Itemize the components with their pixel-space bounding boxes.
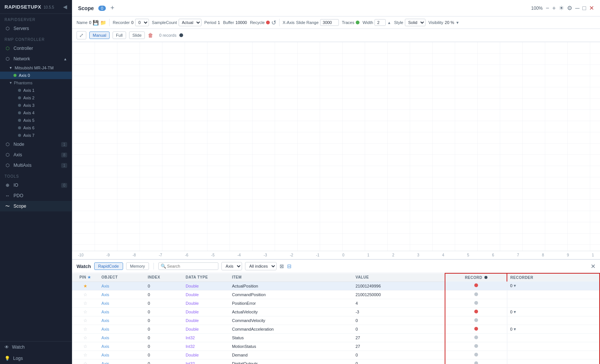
- fullscreen-button[interactable]: ⤢: [77, 31, 86, 39]
- watch-clear-button[interactable]: ⊠: [280, 263, 284, 269]
- record-cell[interactable]: [445, 307, 507, 316]
- tree-axis0[interactable]: Axis 0: [0, 72, 72, 79]
- slide-range-input[interactable]: [320, 19, 339, 26]
- sidebar-item-io[interactable]: ⊕ IO 0: [0, 180, 72, 190]
- record-cell[interactable]: [445, 351, 507, 359]
- minimize-button[interactable]: ─: [575, 5, 579, 12]
- sidebar-collapse-button[interactable]: ◀: [63, 4, 67, 10]
- manual-button[interactable]: Manual: [89, 31, 110, 39]
- table-row[interactable]: ☆ Axis 0 Double CommandPosition 21001250…: [72, 290, 600, 299]
- pin-cell[interactable]: ☆: [72, 307, 98, 316]
- record-dot[interactable]: [474, 353, 478, 357]
- record-dot[interactable]: [474, 310, 478, 313]
- settings-icon[interactable]: ⚙: [567, 4, 572, 12]
- visibility-expand-icon[interactable]: ▼: [456, 21, 459, 25]
- sidebar-item-scope[interactable]: 〜 Scope: [0, 201, 72, 211]
- record-cell[interactable]: [445, 282, 507, 290]
- sidebar-item-node[interactable]: ⬡ Node 1: [0, 139, 72, 150]
- sidebar-item-multiaxis[interactable]: ⬡ MultiAxis 1: [0, 160, 72, 171]
- sidebar-item-controller[interactable]: ⬡ Controller: [0, 43, 72, 54]
- full-button[interactable]: Full: [113, 31, 126, 39]
- table-row[interactable]: ★ Axis 0 Double ActualPosition 210012499…: [72, 282, 600, 290]
- zoom-in-button[interactable]: +: [552, 5, 556, 12]
- recorder-cell[interactable]: [507, 359, 600, 364]
- table-row[interactable]: ☆ Axis 0 Double CommandAcceleration 0 0 …: [72, 325, 600, 333]
- pin-cell[interactable]: ★: [72, 282, 98, 290]
- pin-cell[interactable]: ☆: [72, 351, 98, 359]
- record-cell[interactable]: [445, 290, 507, 299]
- star-icon[interactable]: ★: [83, 283, 87, 289]
- tree-phantom-axis1[interactable]: Axis 1: [0, 87, 72, 94]
- watch-close-button[interactable]: ✕: [591, 263, 595, 270]
- recorder-cell[interactable]: [507, 333, 600, 342]
- sidebar-item-axis[interactable]: ⬡ Axis 8: [0, 150, 72, 160]
- tree-phantom-axis3[interactable]: Axis 3: [0, 102, 72, 109]
- record-dot[interactable]: [474, 327, 478, 331]
- pin-cell[interactable]: ☆: [72, 325, 98, 333]
- col-header-value[interactable]: VALUE: [352, 273, 445, 282]
- pin-cell[interactable]: ☆: [72, 290, 98, 299]
- star-icon[interactable]: ☆: [83, 352, 87, 358]
- slide-button[interactable]: Slide: [129, 31, 145, 39]
- star-icon[interactable]: ☆: [83, 361, 87, 364]
- col-header-object[interactable]: OBJECT: [98, 273, 144, 282]
- table-row[interactable]: ☆ Axis 0 Double ActualVelocity -3 0 ▾: [72, 307, 600, 316]
- recorder-expand-button[interactable]: ▾: [514, 283, 516, 288]
- style-select[interactable]: Solid: [405, 19, 426, 26]
- pin-cell[interactable]: ☆: [72, 333, 98, 342]
- record-cell[interactable]: [445, 342, 507, 351]
- tree-phantom-axis4[interactable]: Axis 4: [0, 109, 72, 117]
- close-button[interactable]: ✕: [589, 4, 594, 12]
- delete-records-button[interactable]: 🗑: [148, 32, 153, 38]
- recorder-expand-button[interactable]: ▾: [514, 327, 516, 332]
- star-icon[interactable]: ☆: [83, 335, 87, 340]
- pin-cell[interactable]: ☆: [72, 359, 98, 364]
- watch-filter-button[interactable]: ⊟: [287, 263, 292, 269]
- recorder-cell[interactable]: [507, 351, 600, 359]
- record-cell[interactable]: [445, 316, 507, 325]
- record-dot[interactable]: [474, 292, 478, 296]
- watch-tab-memory[interactable]: Memory: [126, 262, 149, 270]
- table-row[interactable]: ☆ Axis 0 Double Demand 0: [72, 351, 600, 359]
- sidebar-item-logs[interactable]: 💡 Logs: [0, 353, 72, 364]
- tree-phantom-axis7[interactable]: Axis 7: [0, 132, 72, 139]
- brightness-icon[interactable]: ☀: [559, 4, 564, 12]
- pin-cell[interactable]: ☆: [72, 316, 98, 325]
- star-icon[interactable]: ☆: [83, 327, 87, 332]
- name-folder-icon[interactable]: 📁: [100, 20, 106, 25]
- tree-phantom-axis5[interactable]: Axis 5: [0, 117, 72, 124]
- width-up-icon[interactable]: ▲: [387, 21, 391, 25]
- record-dot[interactable]: [474, 318, 478, 322]
- recorder-cell[interactable]: 0 ▾: [507, 282, 600, 290]
- maximize-button[interactable]: □: [582, 5, 586, 12]
- recorder-cell[interactable]: [507, 342, 600, 351]
- record-cell[interactable]: [445, 333, 507, 342]
- tree-mitsubishi[interactable]: ▼ Mitsubishi MR-J4-TM: [0, 64, 72, 72]
- zoom-out-button[interactable]: −: [546, 5, 549, 12]
- width-input[interactable]: [374, 19, 386, 26]
- record-cell[interactable]: [445, 325, 507, 333]
- watch-axis-filter[interactable]: Axis: [221, 262, 242, 270]
- table-row[interactable]: ☆ Axis 0 Double CommandVelocity 0: [72, 316, 600, 325]
- watch-table-wrap[interactable]: PIN ★ OBJECT INDEX DATA TYPE ITEM VALUE …: [72, 273, 600, 364]
- record-cell[interactable]: [445, 359, 507, 364]
- sidebar-item-pdo[interactable]: ↔ PDO: [0, 190, 72, 201]
- name-save-icon[interactable]: 💾: [93, 20, 99, 25]
- sidebar-item-servers[interactable]: ⬡ Servers: [0, 23, 72, 34]
- samplecount-select[interactable]: Actual: [179, 19, 202, 26]
- watch-indices-filter[interactable]: All indices: [245, 262, 277, 270]
- star-icon[interactable]: ☆: [83, 344, 87, 349]
- recorder-cell[interactable]: 0 ▾: [507, 325, 600, 333]
- chart-area[interactable]: -10 -9 -8 -7 -6 -5 -4 -3 -2 -1 0 1 2 3 4…: [72, 42, 600, 259]
- recorder-expand-button[interactable]: ▾: [514, 309, 516, 315]
- recorder-select[interactable]: 0: [135, 19, 149, 26]
- sidebar-item-network[interactable]: ⬡ Network ▲: [0, 54, 72, 64]
- table-row[interactable]: ☆ Axis 0 Int32 Status 27: [72, 333, 600, 342]
- recorder-cell[interactable]: [507, 316, 600, 325]
- recorder-cell[interactable]: [507, 299, 600, 307]
- record-dot[interactable]: [474, 344, 478, 348]
- table-row[interactable]: ☆ Axis 0 Int32 DigitalOutputs 0: [72, 359, 600, 364]
- record-cell[interactable]: [445, 299, 507, 307]
- table-row[interactable]: ☆ Axis 0 Int32 MotionStatus 27: [72, 342, 600, 351]
- star-icon[interactable]: ☆: [83, 292, 87, 297]
